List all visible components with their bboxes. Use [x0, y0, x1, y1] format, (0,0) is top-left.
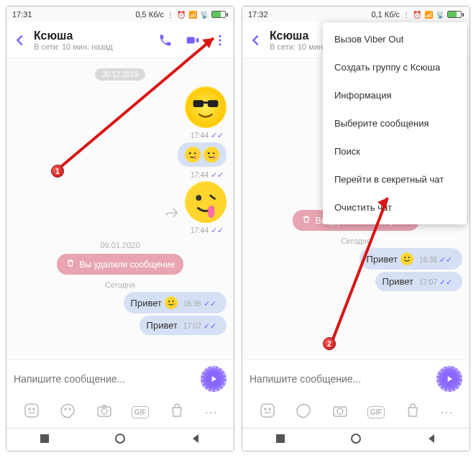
menu-clear-chat[interactable]: Очистить чат — [323, 193, 467, 221]
svg-rect-37 — [276, 434, 285, 443]
date-label: Сегодня — [250, 237, 462, 245]
smile-icon[interactable] — [259, 402, 276, 422]
send-button[interactable] — [201, 366, 226, 392]
contact-status: В сети: 10 мин. назад — [34, 42, 152, 51]
status-bar: 17:32 0,1 Кб/с ⋮ ⏰ 📶 📡 — [242, 6, 470, 22]
forward-icon[interactable] — [165, 206, 179, 223]
step-marker-1: 1 — [51, 165, 64, 178]
back-nav-icon[interactable] — [426, 433, 437, 447]
svg-rect-25 — [40, 434, 49, 443]
menu-create-group[interactable]: Создать группу с Ксюша — [323, 53, 467, 81]
back-icon[interactable] — [12, 32, 28, 48]
gif-icon[interactable]: GIF — [132, 406, 150, 418]
svg-point-36 — [337, 408, 343, 414]
svg-point-4 — [186, 88, 225, 127]
smile-emoji — [165, 296, 178, 309]
wink-emoji — [203, 147, 219, 162]
chat-header: Ксюша В сети: 10 мин. назад — [6, 22, 234, 58]
menu-viber-out[interactable]: Вызов Viber Out — [323, 25, 467, 53]
svg-point-20 — [33, 408, 35, 410]
phone-left: 17:31 0,5 Кб/с ⋮ ⏰ 📶 📡 Ксюша В сети: 10 … — [6, 6, 234, 452]
svg-point-24 — [101, 408, 107, 414]
svg-point-26 — [116, 434, 124, 443]
deleted-message[interactable]: Вы удалили сообщение — [57, 254, 184, 275]
text-bubble[interactable]: Привет 16:36✓✓ — [14, 292, 226, 313]
contact-title[interactable]: Ксюша В сети: 10 мин. назад — [34, 29, 152, 51]
text-bubble[interactable]: Привет 17:07✓✓ — [14, 316, 226, 335]
svg-point-11 — [208, 152, 210, 155]
gif-icon[interactable]: GIF — [367, 406, 385, 418]
svg-point-1 — [219, 35, 221, 37]
text-bubble[interactable]: Привет 16:36✓✓ — [250, 248, 462, 270]
message-input[interactable] — [14, 373, 195, 385]
message-input[interactable] — [250, 373, 431, 385]
svg-point-17 — [173, 301, 174, 302]
input-bar — [242, 359, 470, 398]
menu-secret-chat[interactable]: Перейти в секретный чат — [323, 165, 467, 193]
svg-point-15 — [165, 297, 177, 308]
battery-icon — [447, 11, 464, 18]
msg-meta: 17:44✓✓ — [191, 170, 224, 180]
back-icon[interactable] — [248, 32, 264, 48]
more-attach-icon[interactable]: ⋯ — [204, 404, 217, 420]
back-nav-icon[interactable] — [190, 433, 201, 447]
svg-point-12 — [186, 183, 225, 221]
svg-point-14 — [208, 206, 215, 218]
wink-emoji — [185, 147, 201, 162]
emoji-bubble[interactable] — [14, 142, 226, 167]
sticker-icon[interactable] — [295, 402, 312, 422]
bluetooth-icon: ⋮ — [403, 11, 410, 19]
svg-point-33 — [265, 408, 266, 410]
shop-icon[interactable] — [168, 402, 186, 422]
read-ticks-icon: ✓✓ — [211, 170, 224, 180]
alarm-icon: ⏰ — [413, 11, 421, 19]
svg-point-9 — [189, 152, 191, 155]
send-button[interactable] — [436, 366, 462, 392]
home-icon[interactable] — [114, 433, 126, 447]
step-marker-2: 2 — [323, 337, 336, 350]
svg-point-16 — [168, 301, 170, 302]
sticker-icon[interactable] — [59, 402, 76, 422]
clock: 17:31 — [12, 10, 32, 19]
wifi-icon: 📡 — [200, 11, 209, 19]
svg-rect-0 — [187, 37, 195, 43]
sticker-message[interactable] — [14, 86, 226, 128]
svg-point-21 — [65, 408, 66, 410]
read-ticks-icon: ✓✓ — [203, 299, 216, 308]
camera-icon[interactable] — [331, 402, 349, 422]
camera-icon[interactable] — [96, 402, 113, 422]
svg-point-30 — [404, 257, 406, 258]
msg-meta: 17:44✓✓ — [191, 226, 224, 235]
svg-point-19 — [29, 408, 30, 410]
recent-apps-icon[interactable] — [275, 433, 286, 447]
contact-name: Ксюша — [34, 29, 152, 42]
more-icon[interactable] — [212, 32, 228, 48]
call-icon[interactable] — [157, 32, 173, 48]
svg-point-22 — [69, 408, 70, 410]
more-attach-icon[interactable]: ⋯ — [440, 404, 453, 420]
video-icon[interactable] — [185, 32, 201, 48]
clock: 17:32 — [248, 10, 268, 19]
sticker-message[interactable] — [14, 181, 226, 223]
svg-point-8 — [186, 147, 200, 162]
signal-icon: 📶 — [188, 11, 197, 19]
home-icon[interactable] — [350, 433, 362, 447]
trash-icon — [65, 258, 75, 270]
date-label: 09.01.2020 — [14, 241, 226, 249]
svg-point-2 — [219, 39, 221, 41]
bluetooth-icon: ⋮ — [167, 11, 174, 19]
smile-icon[interactable] — [23, 402, 40, 422]
menu-select-messages[interactable]: Выберите сообщения — [323, 109, 467, 137]
text-bubble[interactable]: Привет 17:07✓✓ — [250, 272, 462, 291]
recent-apps-icon[interactable] — [39, 433, 50, 447]
chat-area[interactable]: 30.12.2019 17:44✓✓ 17:44✓✓ — [6, 58, 234, 359]
read-ticks-icon: ✓✓ — [439, 278, 452, 287]
signal-icon: 📶 — [424, 11, 433, 19]
svg-rect-32 — [261, 404, 274, 417]
shop-icon[interactable] — [404, 402, 421, 422]
msg-meta: 17:44✓✓ — [191, 131, 224, 140]
menu-search[interactable]: Поиск — [323, 137, 467, 165]
menu-info[interactable]: Информация — [323, 81, 467, 109]
svg-rect-6 — [208, 100, 219, 107]
context-menu: Вызов Viber Out Создать группу с Ксюша И… — [323, 22, 467, 224]
